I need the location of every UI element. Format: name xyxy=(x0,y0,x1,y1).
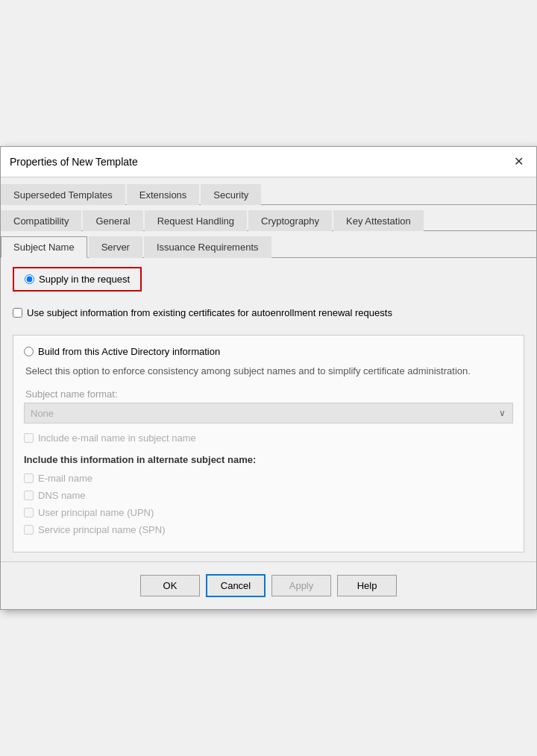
alt-dns-row: DNS name xyxy=(24,490,513,501)
subject-name-format-dropdown[interactable]: None Common Name Fully Distinguished Nam… xyxy=(24,403,513,423)
alt-upn-row: User principal name (UPN) xyxy=(24,507,513,518)
button-bar: OK Cancel Apply Help xyxy=(1,561,536,609)
tab-row-3: Subject Name Server Issuance Requirement… xyxy=(1,231,536,258)
tab-compatibility[interactable]: Compatibility xyxy=(1,210,81,231)
alt-dns-checkbox[interactable] xyxy=(24,491,34,500)
alt-email-row: E-mail name xyxy=(24,473,513,484)
tab-extensions[interactable]: Extensions xyxy=(127,184,200,205)
include-email-checkbox[interactable] xyxy=(24,433,34,443)
title-bar: Properties of New Template ✕ xyxy=(1,147,536,177)
autoenroll-checkbox[interactable] xyxy=(13,308,22,318)
tab-security[interactable]: Security xyxy=(201,184,261,205)
content-area: Supply in the request Use subject inform… xyxy=(1,258,536,561)
dialog-window: Properties of New Template ✕ Superseded … xyxy=(0,146,537,610)
supply-request-radio[interactable] xyxy=(25,274,34,284)
ok-button[interactable]: OK xyxy=(140,575,200,596)
close-button[interactable]: ✕ xyxy=(509,153,527,171)
tab-issuance-requirements[interactable]: Issuance Requirements xyxy=(144,236,271,258)
alt-spn-checkbox[interactable] xyxy=(24,525,34,535)
alt-spn-row: Service principal name (SPN) xyxy=(24,524,513,535)
tab-server[interactable]: Server xyxy=(89,236,142,258)
supply-in-request-section: Supply in the request xyxy=(13,267,142,292)
alt-dns-label: DNS name xyxy=(38,490,86,501)
autoenroll-label: Use subject information from existing ce… xyxy=(27,306,392,320)
include-email-row: Include e-mail name in subject name xyxy=(24,432,513,444)
alt-spn-label: Service principal name (SPN) xyxy=(38,524,166,535)
tab-row-2: Compatibility General Request Handling C… xyxy=(1,205,536,231)
alt-upn-label: User principal name (UPN) xyxy=(38,507,154,518)
tab-cryptography[interactable]: Cryptography xyxy=(248,210,332,231)
alternate-title: Include this information in alternate su… xyxy=(24,454,513,465)
build-from-ad-label: Build from this Active Directory informa… xyxy=(38,346,220,357)
build-from-ad-section: Build from this Active Directory informa… xyxy=(13,335,524,552)
tab-request-handling[interactable]: Request Handling xyxy=(145,210,247,231)
supply-request-radio-label[interactable]: Supply in the request xyxy=(25,274,130,285)
build-from-ad-radio[interactable] xyxy=(24,347,34,356)
help-button[interactable]: Help xyxy=(337,575,397,596)
subject-name-format-label: Subject name format: xyxy=(25,388,513,400)
alt-email-checkbox[interactable] xyxy=(24,473,34,483)
subject-name-format-dropdown-wrapper: None Common Name Fully Distinguished Nam… xyxy=(24,403,513,423)
apply-button[interactable]: Apply xyxy=(271,575,331,596)
build-from-ad-radio-label[interactable]: Build from this Active Directory informa… xyxy=(24,346,513,357)
tab-general[interactable]: General xyxy=(83,210,142,231)
build-description-text: Select this option to enforce consistenc… xyxy=(25,365,513,378)
include-email-label: Include e-mail name in subject name xyxy=(38,432,196,444)
alt-upn-checkbox[interactable] xyxy=(24,508,34,517)
cancel-button[interactable]: Cancel xyxy=(206,574,266,597)
autoenroll-row: Use subject information from existing ce… xyxy=(13,306,524,320)
tab-key-attestation[interactable]: Key Attestation xyxy=(333,210,424,231)
alt-email-label: E-mail name xyxy=(38,473,92,484)
tab-superseded-templates[interactable]: Superseded Templates xyxy=(1,184,125,205)
tab-row-1: Superseded Templates Extensions Security xyxy=(1,177,536,205)
dialog-title: Properties of New Template xyxy=(10,156,138,168)
tab-subject-name[interactable]: Subject Name xyxy=(1,236,87,258)
supply-request-label: Supply in the request xyxy=(39,274,130,285)
